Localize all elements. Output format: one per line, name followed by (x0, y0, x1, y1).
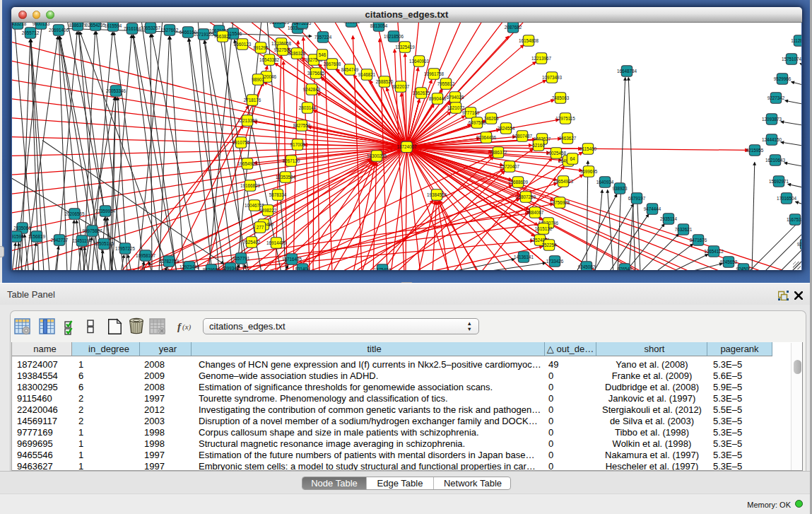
svg-text:9245012: 9245012 (797, 241, 801, 246)
svg-text:19218506: 19218506 (384, 33, 404, 38)
svg-text:20691406: 20691406 (49, 27, 69, 32)
svg-text:6794028: 6794028 (447, 94, 464, 99)
svg-text:8454749: 8454749 (341, 66, 359, 71)
svg-text:1375404: 1375404 (374, 267, 392, 269)
svg-text:20206565: 20206565 (64, 211, 85, 216)
svg-text:9529966: 9529966 (774, 76, 792, 81)
svg-text:19654923: 19654923 (237, 160, 258, 165)
svg-text:f: f (177, 321, 182, 332)
svg-text:10046765: 10046765 (245, 202, 265, 207)
svg-text:9245082: 9245082 (578, 264, 596, 269)
svg-text:13640910: 13640910 (409, 58, 430, 63)
svg-text:12975115: 12975115 (555, 115, 575, 120)
svg-text:93103413: 93103413 (269, 23, 290, 25)
svg-text:876543: 876543 (617, 266, 632, 269)
svg-text:924501: 924501 (736, 266, 751, 269)
svg-text:2718176: 2718176 (244, 97, 261, 102)
svg-text:9242848: 9242848 (303, 86, 321, 91)
svg-text:10807487: 10807487 (512, 133, 533, 138)
svg-text:2588520: 2588520 (376, 78, 394, 83)
svg-text:546: 546 (319, 52, 326, 57)
svg-text:(x): (x) (182, 322, 192, 332)
svg-text:1615132: 1615132 (535, 226, 553, 230)
svg-text:17957225: 17957225 (115, 245, 136, 250)
svg-text:9474444: 9474444 (644, 206, 661, 211)
svg-text:16154808: 16154808 (519, 37, 539, 42)
svg-text:1910755: 1910755 (233, 139, 250, 144)
svg-text:7886372: 7886372 (490, 149, 507, 154)
svg-text:10654112: 10654112 (704, 248, 724, 253)
svg-text:19166829: 19166829 (240, 182, 261, 187)
svg-text:7663822: 7663822 (214, 33, 232, 38)
svg-text:10653267: 10653267 (141, 25, 161, 30)
svg-text:8660123: 8660123 (234, 41, 252, 46)
svg-text:8813054: 8813054 (370, 23, 388, 28)
svg-text:20053346: 20053346 (106, 88, 126, 93)
svg-text:8386379: 8386379 (69, 23, 87, 28)
svg-text:20364436: 20364436 (476, 134, 497, 139)
svg-text:17016504: 17016504 (777, 195, 797, 200)
svg-text:7816184: 7816184 (124, 25, 141, 30)
svg-text:2835061: 2835061 (13, 225, 31, 230)
svg-text:938923: 938923 (612, 185, 628, 190)
svg-text:4498222: 4498222 (259, 207, 277, 212)
svg-text:831404: 831404 (295, 266, 310, 269)
svg-text:10958107: 10958107 (136, 252, 156, 257)
svg-text:10025458: 10025458 (546, 150, 567, 155)
svg-text:9884067: 9884067 (526, 209, 544, 214)
svg-text:1615594: 1615594 (105, 23, 122, 28)
svg-text:16648784: 16648784 (617, 68, 637, 73)
svg-text:14136141: 14136141 (514, 254, 534, 259)
svg-text:8215955: 8215955 (746, 147, 764, 152)
svg-text:9777169: 9777169 (462, 110, 480, 115)
svg-text:99975887: 99975887 (82, 228, 102, 233)
svg-text:1099343: 1099343 (222, 265, 240, 269)
svg-text:6497568: 6497568 (469, 119, 486, 124)
svg-text:12353594: 12353594 (276, 174, 296, 179)
svg-text:7632621: 7632621 (675, 226, 693, 231)
svg-text:19756928: 19756928 (550, 199, 570, 204)
svg-text:1112845: 1112845 (791, 37, 801, 42)
svg-text:9463627: 9463627 (559, 135, 577, 140)
svg-text:8427552: 8427552 (293, 122, 311, 127)
svg-text:1733426: 1733426 (546, 258, 564, 263)
svg-text:18807289: 18807289 (516, 194, 536, 199)
svg-text:15716485: 15716485 (282, 256, 302, 261)
svg-text:15692971: 15692971 (769, 178, 789, 183)
svg-text:64: 64 (570, 156, 575, 160)
svg-text:16543382: 16543382 (259, 57, 280, 62)
svg-text:8471676: 8471676 (690, 237, 707, 242)
svg-text:0433218: 0433218 (12, 23, 27, 26)
svg-text:9600133: 9600133 (33, 23, 50, 26)
svg-text:10688609: 10688609 (508, 179, 529, 184)
svg-text:391594: 391594 (12, 233, 24, 238)
svg-text:8267130: 8267130 (283, 158, 300, 163)
svg-text:252254: 252254 (541, 242, 557, 247)
svg-text:10973493: 10973493 (542, 74, 563, 79)
svg-text:2803144: 2803144 (299, 105, 317, 110)
svg-text:16782759: 16782759 (159, 258, 180, 263)
svg-text:16210643: 16210643 (765, 157, 786, 162)
svg-text:5878334: 5878334 (269, 192, 287, 197)
svg-text:9829667: 9829667 (203, 267, 220, 269)
svg-text:746266: 746266 (483, 115, 499, 120)
svg-text:9699695: 9699695 (580, 168, 598, 173)
svg-text:12213369: 12213369 (237, 117, 258, 122)
svg-text:9657791: 9657791 (233, 255, 250, 260)
svg-text:9115460: 9115460 (579, 146, 597, 151)
svg-text:17359934: 17359934 (95, 208, 116, 213)
svg-text:1156819: 1156819 (28, 233, 46, 238)
svg-text:7485063: 7485063 (552, 95, 570, 100)
svg-text:12213967: 12213967 (531, 55, 552, 60)
svg-text:7357224: 7357224 (314, 34, 332, 39)
svg-text:15751074: 15751074 (782, 56, 801, 61)
svg-text:8186328: 8186328 (288, 50, 306, 55)
svg-text:2087682: 2087682 (505, 24, 522, 29)
svg-text:11451194: 11451194 (72, 238, 92, 243)
svg-text:98901: 98901 (252, 76, 264, 81)
svg-text:3824554: 3824554 (498, 125, 515, 130)
svg-text:3875685: 3875685 (307, 70, 325, 75)
svg-text:1527602: 1527602 (161, 27, 179, 32)
svg-text:2942737: 2942737 (51, 237, 69, 242)
svg-text:7625402: 7625402 (243, 239, 261, 244)
